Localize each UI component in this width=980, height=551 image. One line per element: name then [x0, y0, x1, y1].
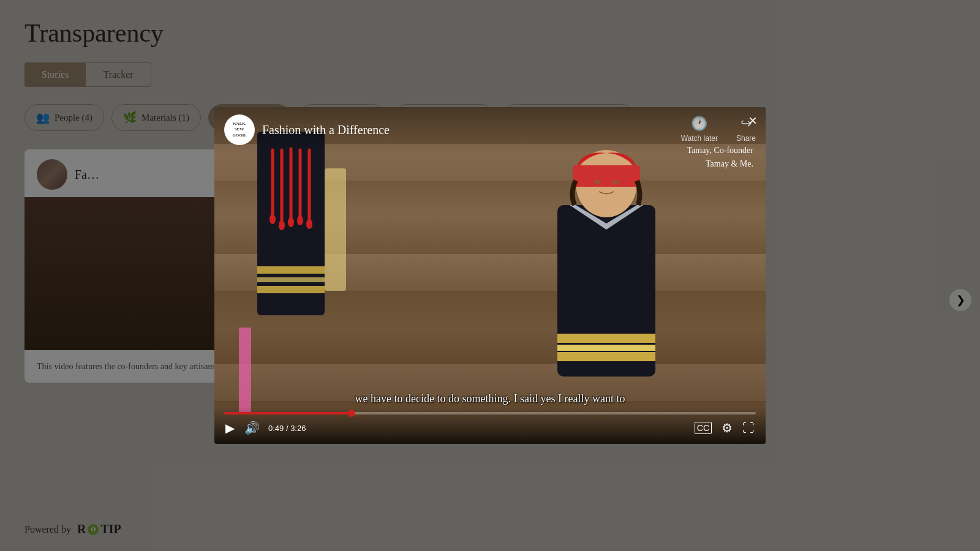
- svg-rect-2: [257, 277, 325, 282]
- cc-button[interactable]: CC: [693, 419, 713, 437]
- svg-rect-18: [557, 334, 655, 343]
- settings-button[interactable]: ⚙: [720, 419, 734, 437]
- play-icon: ▶: [225, 421, 235, 435]
- progress-dot: [348, 410, 355, 417]
- channel-logo: WALK.SEW.GOOD.: [224, 114, 255, 145]
- svg-point-11: [288, 217, 294, 227]
- play-button[interactable]: ▶: [224, 419, 236, 437]
- progress-bar[interactable]: [224, 412, 756, 414]
- attribution-line2: Tamay & Me.: [687, 157, 753, 171]
- svg-point-10: [279, 220, 285, 230]
- svg-rect-1: [257, 266, 325, 274]
- controls-right: CC ⚙ ⛶: [693, 419, 756, 437]
- svg-point-13: [306, 219, 312, 229]
- channel-logo-text: WALK.SEW.GOOD.: [232, 121, 246, 138]
- video-subtitles: we have to decide to do something. I sai…: [214, 391, 766, 407]
- controls-row: ▶ 🔊 0:49 / 3:26 CC ⚙ ⛶: [224, 419, 756, 437]
- volume-icon: 🔊: [244, 421, 260, 435]
- svg-point-12: [297, 216, 303, 225]
- cc-icon: CC: [695, 422, 712, 434]
- subtitle-text: we have to decide to do something. I sai…: [355, 392, 625, 405]
- svg-rect-15: [325, 168, 346, 291]
- video-controls: ▶ 🔊 0:49 / 3:26 CC ⚙ ⛶: [214, 407, 766, 444]
- fullscreen-button[interactable]: ⛶: [741, 419, 756, 437]
- svg-rect-3: [257, 286, 325, 293]
- fullscreen-icon: ⛶: [742, 421, 755, 435]
- svg-rect-20: [557, 352, 655, 361]
- video-modal: ×: [214, 107, 766, 444]
- svg-rect-19: [557, 345, 655, 351]
- volume-button[interactable]: 🔊: [243, 419, 261, 437]
- svg-point-24: [594, 180, 600, 184]
- svg-point-9: [270, 214, 276, 224]
- video-header: WALK.SEW.GOOD. Fashion with a Difference: [214, 107, 766, 152]
- modal-close-button[interactable]: ×: [748, 113, 757, 128]
- progress-fill: [224, 412, 352, 414]
- settings-icon: ⚙: [722, 421, 733, 435]
- clothing-svg: [239, 119, 349, 413]
- svg-rect-23: [573, 165, 640, 187]
- time-display: 0:49 / 3:26: [268, 424, 306, 433]
- clothing-display: [239, 119, 349, 413]
- video-area: WALK.SEW.GOOD. Fashion with a Difference…: [214, 107, 766, 444]
- video-modal-title: Fashion with a Difference: [262, 123, 390, 137]
- modal-overlay[interactable]: ×: [0, 0, 980, 551]
- svg-point-25: [612, 180, 619, 184]
